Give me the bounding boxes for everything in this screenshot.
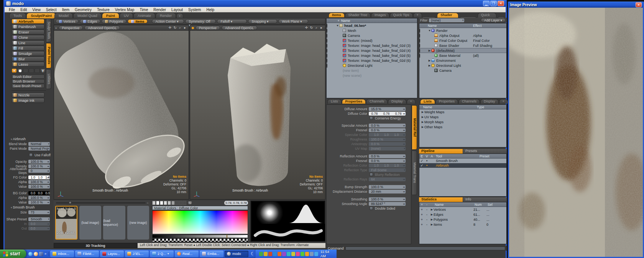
color-value-field[interactable]: 0.78, 0.78, 0.78 <box>224 201 248 205</box>
tab-channels[interactable]: Channels <box>458 99 480 104</box>
rotate-icon[interactable]: ↻ <box>309 26 314 30</box>
mode-edges-button[interactable]: Edges <box>80 19 100 23</box>
minimize-button[interactable]: ▁ <box>483 1 490 6</box>
tray-icon[interactable] <box>296 252 300 256</box>
saturation-button[interactable]: S <box>187 201 192 205</box>
shader-row[interactable]: ▼Render <box>419 28 506 33</box>
shape-preset-select[interactable]: Smooth <box>28 217 50 221</box>
visibility-eye-icon[interactable] <box>419 33 420 38</box>
taskbar-button-realplayer[interactable]: Real... <box>175 251 199 257</box>
mode-polygons-button[interactable]: Polygons <box>102 19 127 23</box>
uv-map-select[interactable]: (none) <box>369 147 406 150</box>
image-preview-title-bar[interactable]: Image Preview ✕ <box>509 2 643 8</box>
tab-properties[interactable]: Properties <box>342 99 366 104</box>
color-swatch[interactable] <box>160 201 163 205</box>
visibility-eye-icon[interactable] <box>327 28 327 33</box>
airbrush-section-label[interactable]: Airbrush <box>11 137 51 141</box>
item-row[interactable]: Directional Light <box>327 63 417 68</box>
stat-row[interactable]: +-▶Items80 <box>419 222 506 227</box>
visibility-eye-icon[interactable] <box>327 48 327 53</box>
side-tab-utilities[interactable]: Utilities <box>46 69 51 89</box>
tab-display[interactable]: Display <box>388 99 406 104</box>
specular-amount-field[interactable]: 0.0 % <box>369 124 406 127</box>
layout-tab-uv[interactable]: UV <box>120 13 133 18</box>
tab-properties[interactable]: Properties <box>435 99 458 104</box>
tray-icon[interactable] <box>287 252 291 256</box>
reflection-fresnel-field[interactable]: 0.0 % <box>369 159 406 163</box>
volume-icon[interactable] <box>310 252 314 256</box>
anisotropy-field[interactable]: 0.0 % <box>369 142 406 146</box>
tool-paintbrush[interactable]: Paintbrush <box>12 24 44 29</box>
viewport-type-pill[interactable]: Perspective <box>196 26 220 30</box>
statistics-tab[interactable]: Statistics <box>419 197 463 202</box>
visibility-eye-icon[interactable] <box>419 53 420 58</box>
diffuse-amount-field[interactable]: 15.0 % <box>369 107 406 111</box>
visibility-eye-icon[interactable] <box>419 48 420 53</box>
visibility-eye-icon[interactable] <box>327 43 327 48</box>
image-preview-close-button[interactable]: ✕ <box>636 2 642 7</box>
visibility-eye-icon[interactable] <box>327 38 327 43</box>
tool-image-ink[interactable]: Image Ink <box>12 98 44 103</box>
taskbar-button-layout[interactable]: Layou... <box>100 251 124 257</box>
mode-vertices-button[interactable]: Vertices <box>56 19 79 23</box>
shader-row[interactable]: Camera <box>419 68 506 73</box>
tab-add[interactable]: + <box>499 99 508 104</box>
value-bar[interactable] <box>152 235 248 238</box>
action-center-dropdown[interactable]: Action Center ▾ <box>152 19 184 23</box>
taskbar-button-filemaker[interactable]: FileM... <box>75 251 99 257</box>
pan-icon[interactable]: ✛ <box>168 26 172 30</box>
stat-row[interactable]: +-▶Vertices21...... <box>419 207 506 212</box>
tool-line[interactable]: Line <box>12 40 44 45</box>
menu-render[interactable]: Render <box>151 8 169 12</box>
snapping-dropdown[interactable]: Snapping ▾ <box>248 19 277 23</box>
fg-color-field[interactable]: 1.0 1.0 1.0 <box>28 175 50 179</box>
tip-soft-button[interactable] <box>12 68 17 73</box>
smoothing-angle-field[interactable]: 89.5247 ° <box>369 202 406 206</box>
color-swatch[interactable] <box>175 201 179 205</box>
menu-texture[interactable]: Texture <box>94 8 112 12</box>
pan-icon[interactable]: ✛ <box>304 26 309 30</box>
new-item-row[interactable]: (new item) <box>327 68 417 73</box>
tool-clone[interactable]: Clone <box>12 35 44 40</box>
visibility-eye-icon[interactable] <box>327 53 327 58</box>
pipeline-row-selected[interactable]: ✓ • Airbrush <box>419 163 506 168</box>
firefox-icon[interactable] <box>34 252 38 256</box>
shader-row[interactable]: Final Color OutputFinal Color <box>419 38 506 43</box>
taskbar-clock[interactable]: 11:54 AM <box>320 250 334 258</box>
tool-smudge[interactable]: Smudge <box>12 51 44 56</box>
taskbar-button-group[interactable]: 2 Q...▾ <box>150 251 174 257</box>
viewport-shading-pill[interactable]: Advanced OpenGL <box>84 26 120 30</box>
expand-icon[interactable]: ▸ <box>183 26 187 30</box>
tab-lists[interactable]: Lists <box>327 99 342 104</box>
double-sided-checkbox[interactable] <box>370 207 373 210</box>
tip-hard-button[interactable] <box>17 68 23 73</box>
tool-lasso[interactable]: Lasso <box>12 62 44 67</box>
bg-value-field[interactable]: 100.0 % <box>28 200 50 204</box>
collapse-minus[interactable]: - <box>424 208 429 212</box>
menu-vertex-map[interactable]: Vertex Map <box>112 8 137 12</box>
menu-geometry[interactable]: Geometry <box>72 8 94 12</box>
tray-icon[interactable] <box>268 252 272 256</box>
media-player-icon[interactable] <box>39 252 43 256</box>
expand-plus[interactable]: + <box>419 218 424 222</box>
layout-tab-render[interactable]: Render <box>156 13 176 18</box>
attenuation-steps-field[interactable]: 0 <box>28 169 50 173</box>
texture-preview-image[interactable] <box>509 8 643 257</box>
brush-editor-button[interactable]: Brush Editor <box>12 74 44 79</box>
smooth-brush-section-label[interactable]: Smooth Brush <box>11 205 51 209</box>
expand-icon[interactable]: ▸ <box>319 26 324 30</box>
new-scene-row[interactable]: (new scene) <box>327 73 417 78</box>
tray-icon[interactable] <box>273 252 277 256</box>
visibility-eye-icon[interactable] <box>327 58 327 63</box>
item-row[interactable]: ▼head_06.lwo* <box>327 23 417 28</box>
expand-plus[interactable]: + <box>419 223 424 227</box>
tool-eraser[interactable]: Eraser <box>12 30 44 35</box>
blend-mode-select[interactable]: Normal <box>28 142 50 146</box>
shader-row-selected[interactable]: ▶(defaultMat) <box>419 48 506 53</box>
work-plane-dropdown[interactable]: Work Plane ▾ <box>278 19 308 23</box>
layout-tab-sculpt-paint[interactable]: Sculpt/Paint <box>26 13 56 18</box>
list-row[interactable]: ▶Morph Maps <box>419 119 506 124</box>
specular-color-field[interactable]: 1.0 1.0 1.0 <box>369 133 406 137</box>
shape-out-field[interactable]: 0.0 <box>28 227 50 230</box>
menu-edit[interactable]: Edit <box>18 8 30 12</box>
